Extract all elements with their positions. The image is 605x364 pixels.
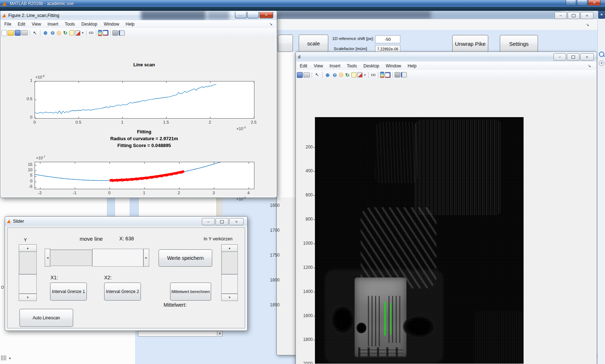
ref-shift-input[interactable]	[375, 35, 400, 43]
menu-item-desktop[interactable]: Desktop	[360, 63, 383, 69]
link-plot-icon[interactable]	[88, 31, 94, 35]
in-y-scrollbar-down[interactable]: ▼	[221, 294, 238, 301]
brush-icon[interactable]	[357, 72, 362, 77]
maximize-button[interactable]	[568, 12, 580, 19]
zoom-out-icon[interactable]: ⊖	[49, 30, 56, 36]
y-scrollbar-track[interactable]	[19, 251, 37, 274]
dock-arrow-icon[interactable]: ↘	[586, 22, 589, 27]
menu-item-edit[interactable]: Edit	[14, 21, 28, 27]
save-icon[interactable]	[15, 30, 21, 36]
menu-item-window[interactable]: Window	[101, 21, 123, 27]
hide-plot-tools-icon[interactable]	[395, 72, 400, 77]
maximize-button[interactable]	[567, 53, 579, 61]
pointer-icon[interactable]: ↖	[314, 72, 320, 78]
chevron-up-icon: ▲	[8, 356, 12, 360]
menu-item-insert[interactable]: Insert	[326, 63, 343, 69]
rotate-icon[interactable]: ↻	[62, 30, 68, 36]
open-folder-icon[interactable]	[8, 30, 14, 36]
dropdown-arrow-icon[interactable]: ▾	[81, 30, 84, 36]
menu-item-desktop[interactable]: Desktop	[78, 21, 101, 27]
move-line-slider-right[interactable]: ►	[143, 249, 149, 267]
pan-icon[interactable]	[339, 72, 343, 77]
statusbar-grip[interactable]: ▲	[1, 354, 23, 361]
figure-right-titlebar[interactable]: d − ×	[296, 52, 597, 62]
maximize-button[interactable]	[247, 12, 259, 18]
menu-item-view[interactable]: View	[311, 63, 326, 69]
data-cursor-icon[interactable]	[69, 30, 74, 35]
legend-icon[interactable]	[103, 30, 108, 36]
axis-tick-label: 10	[18, 168, 32, 172]
zoom-in-icon[interactable]: ⊕	[42, 30, 49, 36]
gui-side-tick-label: 1800	[264, 278, 280, 283]
print-icon[interactable]	[303, 72, 310, 77]
pan-icon[interactable]	[57, 31, 61, 35]
menu-item-help[interactable]: Help	[123, 21, 138, 27]
close-button[interactable]: ✕	[259, 12, 273, 18]
menu-item-file[interactable]: File	[1, 21, 14, 27]
menu-item-tools[interactable]: Tools	[344, 63, 360, 69]
maximize-button[interactable]	[215, 218, 228, 225]
colorbar-icon[interactable]	[380, 72, 384, 78]
interval-grenze2-button[interactable]: Interval Grenze 2	[104, 283, 141, 301]
menu-item-window[interactable]: Window	[383, 63, 405, 69]
menu-item-tools[interactable]: Tools	[62, 21, 78, 27]
minimize-button[interactable]: −	[555, 12, 567, 19]
zoom-in-icon[interactable]: ⊕	[324, 72, 331, 78]
minimize-button[interactable]: −	[202, 218, 215, 225]
close-button[interactable]: ×	[580, 53, 594, 61]
auto-linescan-button[interactable]: Auto Linescan	[19, 309, 73, 327]
figure2-toolbar: ↖⊕⊖↻▾	[1, 28, 276, 38]
y-scrollbar-thumb[interactable]	[19, 274, 37, 294]
new-document-icon[interactable]	[1, 30, 7, 36]
search-icon[interactable]	[599, 52, 604, 57]
close-button[interactable]: ×	[229, 218, 244, 225]
menu-item-insert[interactable]: Insert	[44, 21, 62, 27]
print-icon[interactable]	[21, 30, 28, 35]
in-y-scrollbar-thumb[interactable]	[221, 274, 238, 294]
menu-item-edit[interactable]: Edit	[297, 63, 311, 69]
figure2-titlebar[interactable]: Figure 2: Line_scan,Fitting — ✕	[0, 10, 277, 20]
show-plot-tools-icon[interactable]	[119, 30, 125, 36]
in-y-scrollbar-up[interactable]: ▲	[221, 244, 238, 252]
colorbar-icon[interactable]	[98, 30, 102, 36]
show-plot-tools-icon[interactable]	[401, 72, 407, 77]
close-button[interactable]: ✕	[588, 0, 601, 6]
move-line-slider-thumb[interactable]	[92, 249, 143, 267]
scale-button[interactable]: scale	[299, 35, 328, 52]
werte-speichern-button[interactable]: Werte speichern	[159, 249, 212, 267]
brush-icon[interactable]	[75, 30, 80, 36]
minimize-button[interactable]: —	[566, 0, 576, 6]
link-plot-icon[interactable]	[370, 73, 376, 77]
minimize-button[interactable]: —	[235, 12, 246, 18]
dock-arrow-icon[interactable]: ↘	[588, 63, 591, 68]
dock-arrow-icon[interactable]: ↘	[269, 22, 272, 26]
cut-off-button[interactable]	[278, 35, 293, 52]
interval-grenze1-button[interactable]: Interval Grenze 1	[50, 283, 87, 301]
dropdown-select[interactable]: ▼	[138, 331, 223, 337]
dropdown-arrow-icon[interactable]: ▾	[363, 72, 366, 78]
legend-icon[interactable]	[385, 72, 391, 78]
menu-item-help[interactable]: Help	[404, 63, 420, 69]
move-line-slider-track[interactable]	[50, 249, 92, 266]
menu-item-view[interactable]: View	[28, 21, 44, 27]
unwrap-pike-button[interactable]: Unwrap Pike	[452, 35, 488, 52]
minimize-button[interactable]: −	[553, 53, 566, 61]
zoom-out-icon[interactable]: ⊖	[332, 72, 338, 78]
settings-button[interactable]: Settings	[500, 35, 538, 52]
gui-window-titlebar[interactable]: − ×	[277, 10, 598, 19]
rotate-icon[interactable]: ↻	[344, 72, 351, 78]
chevron-down-circle-icon[interactable]: ▼	[599, 61, 604, 66]
pointer-icon[interactable]: ↖	[32, 30, 38, 36]
y-scrollbar-up[interactable]: ▲	[19, 244, 37, 252]
chevron-down-icon[interactable]: ▼	[217, 331, 222, 336]
y-scrollbar-down[interactable]: ▼	[19, 294, 37, 301]
save-icon[interactable]	[297, 72, 303, 78]
close-button[interactable]: ×	[580, 12, 593, 19]
slider-titlebar[interactable]: Slider − ×	[5, 217, 247, 226]
mittelwert-berechnen-button[interactable]: Mittelwert berechnen	[170, 283, 211, 301]
maximize-button[interactable]	[577, 0, 587, 6]
matlab-titlebar[interactable]: MATLAB R2016b - academic use — ✕	[0, 0, 605, 7]
in-y-scrollbar-track[interactable]	[221, 251, 238, 274]
data-cursor-icon[interactable]	[351, 72, 356, 77]
hide-plot-tools-icon[interactable]	[112, 30, 118, 36]
